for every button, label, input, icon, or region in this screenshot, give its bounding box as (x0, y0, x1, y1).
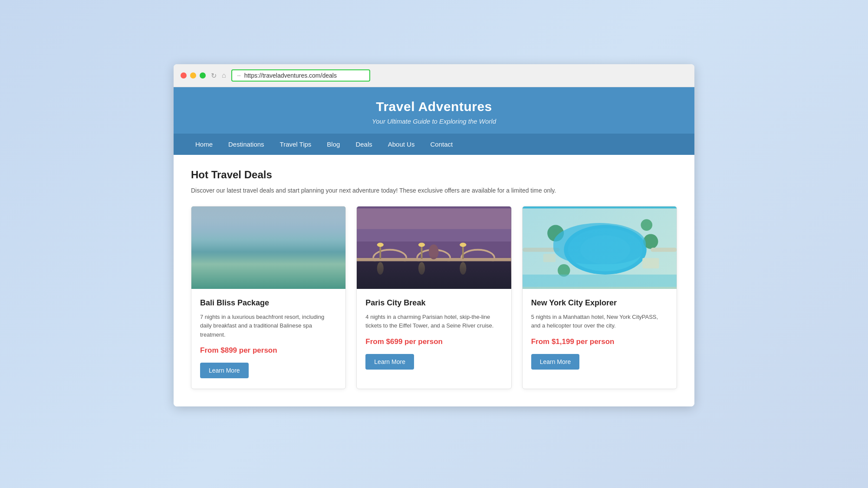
svg-point-7 (219, 262, 318, 275)
browser-window: ↻ ⌂ ↔ https://traveladventures.com/deals… (174, 64, 694, 406)
deal-card-bali: Bali Bliss Package 7 nights in a luxurio… (191, 206, 346, 389)
svg-rect-40 (523, 275, 677, 287)
svg-point-20 (418, 243, 425, 247)
nav-item-home[interactable]: Home (187, 134, 220, 155)
svg-point-31 (580, 236, 630, 265)
deal-desc-bali: 7 nights in a luxurious beachfront resor… (200, 313, 337, 339)
svg-rect-21 (462, 246, 464, 259)
svg-point-24 (377, 262, 384, 275)
deal-image-bali (191, 206, 345, 289)
deals-grid: Bali Bliss Package 7 nights in a luxurio… (191, 206, 677, 389)
deal-title-bali: Bali Bliss Package (200, 298, 337, 308)
site-subtitle: Your Ultimate Guide to Exploring the Wor… (174, 118, 694, 125)
deal-card-body-paris: Paris City Break 4 nights in a charming … (357, 289, 511, 380)
page-description: Discover our latest travel deals and sta… (191, 187, 677, 194)
svg-point-18 (377, 243, 384, 247)
deal-card-body-nyc: New York City Explorer 5 nights in a Man… (523, 289, 677, 380)
nav-item-travel-tips[interactable]: Travel Tips (272, 134, 319, 155)
svg-rect-0 (191, 209, 345, 287)
svg-rect-17 (380, 246, 381, 259)
svg-point-30 (568, 229, 642, 272)
main-nav: Home Destinations Travel Tips Blog Deals… (174, 134, 694, 155)
svg-rect-13 (357, 258, 511, 262)
svg-rect-19 (421, 246, 423, 259)
svg-point-27 (429, 245, 439, 259)
deal-card-nyc: New York City Explorer 5 nights in a Man… (522, 206, 677, 389)
deal-image-nyc (523, 206, 677, 289)
svg-point-34 (558, 264, 570, 277)
svg-rect-38 (543, 254, 556, 262)
deal-price-nyc: From $1,199 per person (531, 337, 668, 346)
svg-point-4 (293, 206, 338, 272)
deal-price-paris: From $699 per person (365, 337, 502, 346)
svg-point-35 (641, 219, 652, 231)
learn-more-button-bali[interactable]: Learn More (200, 363, 249, 378)
maximize-button[interactable] (200, 72, 206, 79)
svg-rect-5 (191, 254, 345, 287)
svg-rect-6 (191, 258, 345, 287)
svg-rect-12 (357, 209, 511, 229)
close-button[interactable] (181, 72, 187, 79)
home-icon[interactable]: ⌂ (222, 72, 226, 79)
learn-more-button-nyc[interactable]: Learn More (531, 354, 580, 370)
nav-item-destinations[interactable]: Destinations (220, 134, 272, 155)
main-content: Hot Travel Deals Discover our latest tra… (174, 155, 694, 406)
page-title: Hot Travel Deals (191, 169, 677, 181)
site-header: Travel Adventures Your Ultimate Guide to… (174, 87, 694, 134)
address-bar[interactable]: ↔ https://traveladventures.com/deals (231, 69, 370, 82)
svg-point-29 (564, 225, 647, 275)
window-controls (181, 72, 206, 79)
url-text: https://traveladventures.com/deals (244, 72, 337, 79)
refresh-icon[interactable]: ↻ (211, 72, 217, 80)
svg-rect-36 (523, 248, 560, 252)
svg-point-3 (295, 206, 345, 283)
deal-image-paris (357, 206, 511, 289)
svg-rect-23 (357, 262, 511, 287)
svg-point-25 (418, 262, 425, 275)
svg-point-22 (460, 243, 467, 247)
svg-point-26 (460, 262, 467, 275)
nav-item-blog[interactable]: Blog (319, 134, 348, 155)
nav-item-deals[interactable]: Deals (348, 134, 380, 155)
deal-card-paris: Paris City Break 4 nights in a charming … (356, 206, 511, 389)
deal-title-paris: Paris City Break (365, 298, 502, 308)
deal-card-body-bali: Bali Bliss Package 7 nights in a luxurio… (191, 289, 345, 388)
site-title: Travel Adventures (174, 99, 694, 114)
svg-point-33 (643, 234, 658, 249)
deal-desc-nyc: 5 nights in a Manhattan hotel, New York … (531, 313, 668, 330)
learn-more-button-paris[interactable]: Learn More (365, 354, 414, 370)
deal-title-nyc: New York City Explorer (531, 298, 668, 308)
deal-price-bali: From $899 per person (200, 346, 337, 355)
nav-item-about[interactable]: About Us (380, 134, 423, 155)
svg-rect-9 (267, 257, 268, 264)
svg-point-8 (261, 262, 276, 267)
nav-item-contact[interactable]: Contact (422, 134, 460, 155)
svg-rect-39 (642, 258, 659, 269)
minimize-button[interactable] (190, 72, 196, 79)
deal-desc-paris: 4 nights in a charming Parisian hotel, s… (365, 313, 502, 330)
browser-chrome: ↻ ⌂ ↔ https://traveladventures.com/deals (174, 64, 694, 87)
svg-rect-28 (523, 209, 677, 287)
svg-point-1 (191, 206, 249, 289)
svg-point-32 (547, 225, 564, 242)
svg-rect-37 (651, 248, 677, 252)
url-prefix-icon: ↔ (237, 72, 242, 79)
nav-list: Home Destinations Travel Tips Blog Deals… (187, 134, 681, 155)
svg-point-2 (200, 206, 249, 278)
